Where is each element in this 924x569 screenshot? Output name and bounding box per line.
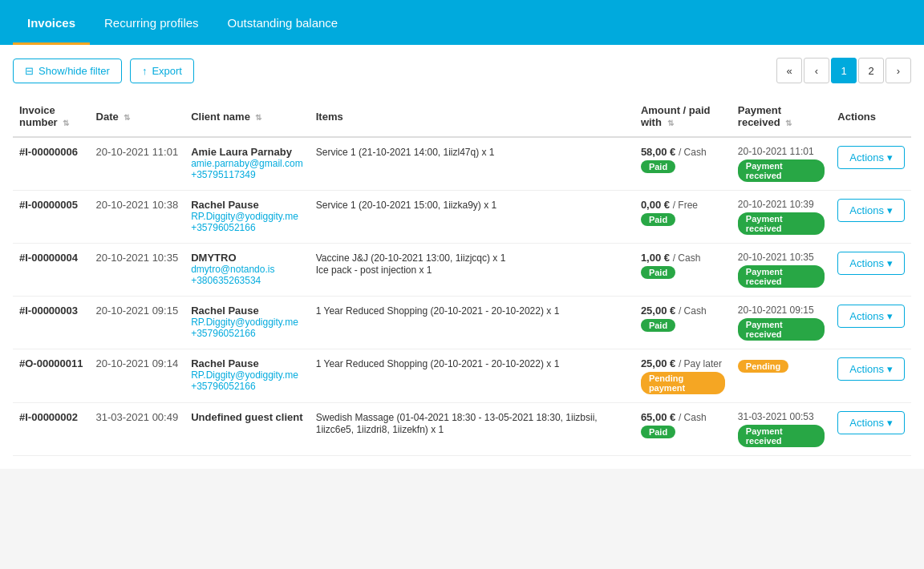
chevron-down-icon: ▾ — [887, 417, 893, 429]
cell-amount: 65,00 € / Cash Paid — [634, 403, 732, 456]
col-client-name: Client name ⇅ — [184, 96, 310, 137]
cell-payment-received: Pending — [732, 349, 832, 403]
client-phone: +35796052166 — [191, 381, 303, 392]
table-row: #O-0000001120-10-2021 09:14 Rachel Pause… — [13, 349, 911, 403]
col-payment-received: Paymentreceived ⇅ — [732, 96, 832, 137]
cell-client: Rachel PauseRP.Diggity@yodiggity.me+3579… — [184, 191, 310, 244]
payment-badge: Paid — [641, 213, 675, 226]
pagination-prev[interactable]: ‹ — [804, 58, 829, 83]
pagination-page-1[interactable]: 1 — [831, 58, 857, 83]
client-name: Rachel Pause — [191, 305, 303, 317]
client-email: dmytro@notando.is — [191, 264, 303, 275]
payment-status-badge: Payment received — [738, 159, 825, 182]
cell-items: Vaccine J&J (20-10-2021 13:00, 1iizjcqc)… — [310, 244, 634, 297]
toolbar-left: ⊟ Show/hide filter ↑ Export — [13, 59, 194, 83]
client-email: amie.parnaby@gmail.com — [191, 158, 303, 169]
filter-icon: ⊟ — [25, 65, 34, 77]
cell-actions: Actions ▾ — [831, 244, 911, 297]
cell-items: 1 Year Reduced Shopping (20-10-2021 - 20… — [310, 349, 634, 403]
col-actions: Actions — [831, 96, 911, 137]
chevron-down-icon: ▾ — [887, 257, 893, 269]
payment-date: 20-10-2021 10:35 — [738, 252, 825, 263]
cell-amount: 0,00 € / Free Paid — [634, 191, 732, 244]
sort-date-icon[interactable]: ⇅ — [124, 113, 130, 122]
sort-payment-icon[interactable]: ⇅ — [785, 119, 792, 127]
actions-button[interactable]: Actions ▾ — [837, 199, 905, 222]
cell-client: Undefined guest client — [184, 403, 310, 456]
payment-status-badge: Payment received — [738, 318, 825, 341]
chevron-down-icon: ▾ — [887, 204, 893, 216]
cell-actions: Actions ▾ — [831, 137, 911, 191]
export-button[interactable]: ↑ Export — [130, 59, 194, 83]
payment-date: 20-10-2021 09:15 — [738, 305, 825, 316]
cell-client: DMYTROdmytro@notando.is+380635263534 — [184, 244, 310, 297]
client-phone: +35796052166 — [191, 222, 303, 233]
nav-item-outstanding[interactable]: Outstanding balance — [213, 0, 353, 45]
table-row: #I-0000000420-10-2021 10:35 DMYTROdmytro… — [13, 244, 911, 297]
export-icon: ↑ — [142, 65, 148, 77]
cell-invoice-number: #I-00000005 — [13, 191, 90, 244]
pagination-next[interactable]: › — [886, 58, 911, 83]
cell-items: 1 Year Reduced Shopping (20-10-2021 - 20… — [310, 297, 634, 349]
actions-button[interactable]: Actions ▾ — [837, 252, 905, 275]
client-name: Amie Laura Parnaby — [191, 146, 303, 158]
cell-amount: 25,00 € / Cash Paid — [634, 297, 732, 349]
pagination-first[interactable]: « — [776, 58, 802, 83]
payment-badge: Paid — [641, 426, 675, 438]
nav-item-recurring[interactable]: Recurring profiles — [90, 0, 213, 45]
cell-items: Service 1 (20-10-2021 15:00, 1iizka9y) x… — [310, 191, 634, 244]
sort-client-icon[interactable]: ⇅ — [255, 113, 261, 122]
client-name: Rachel Pause — [191, 357, 303, 369]
cell-invoice-number: #I-00000003 — [13, 297, 90, 349]
cell-amount: 58,00 € / Cash Paid — [634, 137, 732, 191]
actions-button[interactable]: Actions ▾ — [837, 357, 905, 381]
cell-actions: Actions ▾ — [831, 403, 911, 456]
client-name: DMYTRO — [191, 252, 303, 264]
payment-badge: Paid — [641, 266, 675, 279]
pagination-page-2[interactable]: 2 — [858, 58, 884, 83]
filter-label: Show/hide filter — [38, 65, 110, 77]
payment-status-badge: Payment received — [738, 265, 825, 288]
actions-button[interactable]: Actions ▾ — [837, 305, 905, 328]
show-hide-filter-button[interactable]: ⊟ Show/hide filter — [13, 59, 122, 83]
cell-date: 31-03-2021 00:49 — [90, 403, 185, 456]
cell-items: Service 1 (21-10-2021 14:00, 1iizl47q) x… — [310, 137, 634, 191]
table-row: #I-0000000620-10-2021 11:01 Amie Laura P… — [13, 137, 911, 191]
client-phone: +35796052166 — [191, 328, 303, 339]
cell-date: 20-10-2021 09:14 — [90, 349, 185, 403]
table-row: #I-0000000231-03-2021 00:49 Undefined gu… — [13, 403, 911, 456]
cell-date: 20-10-2021 10:35 — [90, 244, 185, 297]
sort-amount-icon[interactable]: ⇅ — [667, 119, 674, 127]
cell-actions: Actions ▾ — [831, 297, 911, 349]
payment-date: 20-10-2021 11:01 — [738, 146, 825, 157]
cell-payment-received: 20-10-2021 09:15 Payment received — [732, 297, 832, 349]
actions-button[interactable]: Actions ▾ — [837, 146, 905, 169]
payment-status-badge: Payment received — [738, 425, 825, 447]
col-items: Items — [310, 96, 634, 137]
client-name: Rachel Pause — [191, 199, 303, 211]
sort-invoice-icon[interactable]: ⇅ — [63, 119, 69, 127]
client-name: Undefined guest client — [191, 411, 303, 423]
cell-payment-received: 20-10-2021 10:39 Payment received — [732, 191, 832, 244]
actions-button[interactable]: Actions ▾ — [837, 411, 905, 434]
col-date: Date ⇅ — [90, 96, 185, 137]
cell-date: 20-10-2021 10:38 — [90, 191, 185, 244]
chevron-down-icon: ▾ — [887, 363, 893, 375]
cell-amount: 25,00 € / Pay later Pending payment — [634, 349, 732, 403]
cell-date: 20-10-2021 11:01 — [90, 137, 185, 191]
payment-status-badge: Payment received — [738, 212, 825, 235]
client-email: RP.Diggity@yodiggity.me — [191, 317, 303, 328]
nav-item-invoices[interactable]: Invoices — [13, 0, 90, 45]
table-row: #I-0000000520-10-2021 10:38 Rachel Pause… — [13, 191, 911, 244]
client-email: RP.Diggity@yodiggity.me — [191, 211, 303, 222]
cell-payment-received: 20-10-2021 10:35 Payment received — [732, 244, 832, 297]
chevron-down-icon: ▾ — [887, 151, 893, 163]
pagination: « ‹ 1 2 › — [776, 58, 911, 83]
cell-actions: Actions ▾ — [831, 191, 911, 244]
cell-invoice-number: #O-00000011 — [13, 349, 90, 403]
cell-client: Amie Laura Parnabyamie.parnaby@gmail.com… — [184, 137, 310, 191]
cell-payment-received: 31-03-2021 00:53 Payment received — [732, 403, 832, 456]
client-phone: +380635263534 — [191, 275, 303, 286]
export-label: Export — [152, 65, 182, 77]
payment-date: 20-10-2021 10:39 — [738, 199, 825, 210]
